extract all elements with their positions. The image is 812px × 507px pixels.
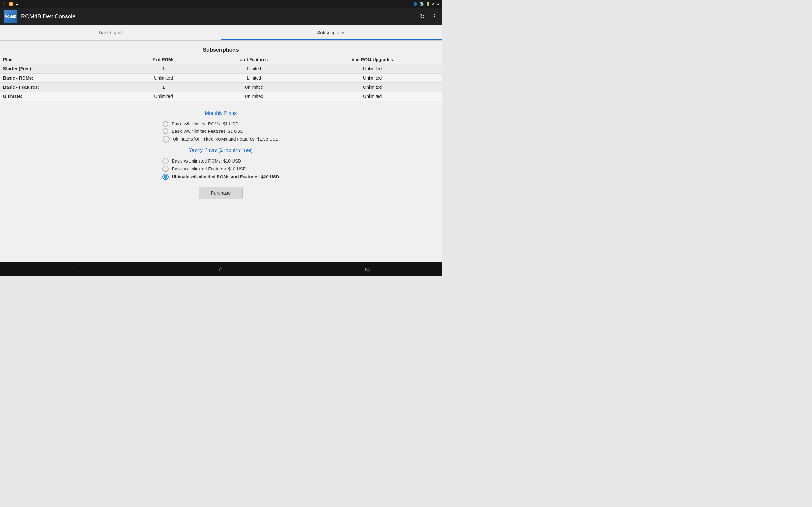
bluetooth-icon: 🔵 [413,2,418,6]
plan-label: Ultimate w/Unlimited ROMs and Features: … [172,174,279,179]
status-bar-right: 🔵 📡 🔋 3:13 [413,2,439,6]
yearly-plan-option[interactable]: Basic w/Unlimited Features: $10 USD [162,166,279,172]
yearly-plan-option[interactable]: Ultimate w/Unlimited ROMs and Features: … [162,174,279,180]
table-row: Basic - Features:1UnlimitedUnlimited [0,83,442,92]
signal-icon: 📶 [9,2,13,6]
cell-roms: Unlimited [122,92,205,101]
wifi-icon: 📡 [420,2,424,6]
purchase-button[interactable]: Purchase [199,187,242,199]
yearly-plan-option[interactable]: Basic w/Unlimited ROMs: $10 USD [162,158,279,164]
app-bar-left: ROMdB ROMdB Dev Console [4,10,75,23]
tab-bar: Dashboard Subscriptions [0,25,442,41]
radio-button[interactable] [162,166,169,172]
app-bar: ROMdB ROMdB Dev Console ↻ ⋮ [0,8,442,25]
radio-button[interactable] [162,158,169,164]
cloud-icon: ☁ [15,2,19,6]
cell-upgrades: Unlimited [303,64,442,73]
battery-icon: 🔋 [426,2,430,6]
tab-dashboard-label: Dashboard [99,30,122,35]
subscriptions-table: Plan # of ROMs # of Features # of ROM Up… [0,55,442,101]
radio-button[interactable] [162,174,169,180]
cell-features: Unlimited [205,83,303,92]
cell-plan: Basic - Features: [0,83,122,92]
cell-features: Unlimited [205,92,303,101]
app-title: ROMdB Dev Console [21,13,75,20]
plan-label: Basic w/Unlimited ROMs: $10 USD [172,158,241,164]
subscriptions-title: Subscriptions [0,44,442,55]
bottom-nav: ← ⌂ ▭ [0,262,442,276]
table-header-row: Plan # of ROMs # of Features # of ROM Up… [0,55,442,64]
cell-upgrades: Unlimited [303,83,442,92]
table-row: Starter (Free):1LimitedUnlimited [0,64,442,73]
monthly-plans-title: Monthly Plans [205,111,237,116]
cell-features: Limited [205,64,303,73]
cell-plan: Ultimate: [0,92,122,101]
content-area: Subscriptions Plan # of ROMs # of Featur… [0,41,442,262]
cell-upgrades: Unlimited [303,92,442,101]
radio-button[interactable] [163,121,168,127]
nav-recents-icon[interactable]: ▭ [365,265,371,273]
status-bar: 📱 📶 ☁ 🔵 📡 🔋 3:13 [0,0,442,8]
tab-subscriptions[interactable]: Subscriptions [221,25,442,40]
plan-label: Basic w/Unlimited Features: $1 USD [171,129,243,134]
col-upgrades: # of ROM Upgrades [303,55,442,64]
cell-plan: Starter (Free): [0,64,122,73]
cell-features: Limited [205,73,303,83]
status-time: 3:13 [432,2,439,6]
monthly-options: Basic w/Unlimited ROMs: $1 USDBasic w/Un… [163,119,279,144]
table-row: Ultimate:UnlimitedUnlimitedUnlimited [0,92,442,101]
yearly-plans-title: Yearly Plans (2 months free) [189,147,252,153]
menu-icon[interactable]: ⋮ [432,13,438,20]
subscriptions-section: Subscriptions Plan # of ROMs # of Featur… [0,41,442,101]
nav-home-icon[interactable]: ⌂ [219,265,223,273]
plan-label: Basic w/Unlimited ROMs: $1 USD [171,121,239,126]
monthly-plan-option[interactable]: Ultimate w/Unlimited ROMs and Features: … [163,135,279,143]
app-bar-actions: ↻ ⋮ [420,13,438,20]
plan-label: Ultimate w/Unlimited ROMs and Features: … [173,136,279,142]
col-plan: Plan [0,55,122,64]
plans-section: Monthly Plans Basic w/Unlimited ROMs: $1… [0,101,442,205]
status-bar-left: 📱 📶 ☁ [3,2,19,6]
cell-roms: 1 [122,83,205,92]
nav-back-icon[interactable]: ← [71,265,77,273]
cell-roms: 1 [122,64,205,73]
radio-button[interactable] [163,135,170,143]
app-icon: ROMdB [4,10,17,23]
sim-icon: 📱 [3,2,7,6]
cell-upgrades: Unlimited [303,73,442,83]
cell-plan: Basic - ROMs: [0,73,122,83]
cell-roms: Unlimited [122,73,205,83]
col-roms: # of ROMs [122,55,205,64]
yearly-options: Basic w/Unlimited ROMs: $10 USDBasic w/U… [162,156,279,181]
tab-subscriptions-label: Subscriptions [317,30,345,35]
plan-label: Basic w/Unlimited Features: $10 USD [172,166,246,171]
refresh-icon[interactable]: ↻ [420,13,425,20]
app-icon-inner: ROMdB [4,10,17,23]
monthly-plan-option[interactable]: Basic w/Unlimited Features: $1 USD [163,128,279,134]
table-row: Basic - ROMs:UnlimitedLimitedUnlimited [0,73,442,83]
tab-dashboard[interactable]: Dashboard [0,25,221,40]
monthly-plan-option[interactable]: Basic w/Unlimited ROMs: $1 USD [163,121,279,127]
radio-button[interactable] [163,128,168,134]
col-features: # of Features [205,55,303,64]
